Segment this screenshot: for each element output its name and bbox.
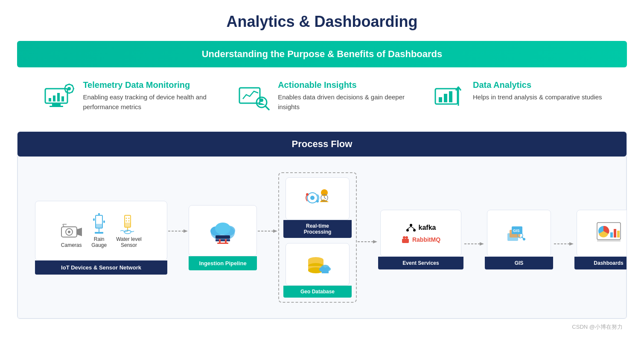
feature-insights: Actionable Insights Enables data driven … (237, 80, 416, 114)
svg-rect-5 (57, 93, 60, 101)
svg-rect-101 (614, 229, 616, 237)
svg-rect-33 (96, 224, 102, 228)
svg-rect-35 (95, 232, 103, 234)
geodb-label: Geo Database (283, 286, 352, 298)
watermark: CSDN @小博在努力 (17, 323, 627, 331)
insights-content: Actionable Insights Enables data driven … (278, 80, 416, 112)
svg-rect-55 (219, 239, 221, 243)
svg-point-62 (306, 193, 309, 196)
arrow-2 (257, 227, 278, 235)
svg-marker-78 (373, 240, 377, 243)
svg-point-63 (316, 200, 319, 203)
events-block: kafka RabbitMQ Event Services (378, 210, 463, 269)
realtime-label: Real-timeProcessing (283, 220, 352, 238)
iot-label: IoT Devices & Sensor Network (35, 261, 167, 275)
arrow-4 (463, 227, 485, 248)
arrow-5 (553, 227, 574, 248)
page-title: Analytics & Dashboarding (17, 13, 627, 31)
feature-analytics: Data Analytics Helps in trend analysis &… (432, 80, 602, 114)
svg-point-80 (406, 229, 409, 232)
svg-point-81 (413, 229, 416, 232)
feature-telemetry: Telemetry Data Monitoring Enabling easy … (42, 80, 221, 114)
svg-point-41 (125, 217, 127, 219)
process-flow-banner: Process Flow (17, 132, 627, 156)
svg-rect-54 (216, 239, 230, 241)
svg-line-82 (408, 226, 411, 229)
svg-point-61 (310, 196, 315, 200)
banner-text: Understanding the Purpose & Benefits of … (202, 49, 443, 59)
svg-rect-2 (50, 106, 63, 107)
svg-point-8 (67, 87, 71, 90)
arrow-1 (167, 227, 189, 235)
svg-line-14 (72, 91, 73, 92)
svg-point-85 (403, 236, 405, 239)
process-flow-title: Process Flow (292, 139, 353, 149)
analytics-icon (432, 80, 466, 114)
device-water-level: Water levelSensor (116, 213, 142, 248)
analytics-content: Data Analytics Helps in trend analysis &… (473, 80, 602, 102)
svg-point-86 (405, 236, 408, 239)
dashboards-block: Dashboards (574, 206, 627, 269)
svg-rect-57 (217, 243, 228, 244)
analytics-desc: Helps in trend analysis & comparative st… (473, 93, 602, 102)
water-level-label: Water levelSensor (116, 236, 142, 248)
dashboards-label: Dashboards (574, 257, 627, 269)
insights-desc: Enables data driven decisions & gain dee… (278, 93, 416, 112)
svg-rect-3 (49, 98, 51, 101)
svg-point-20 (260, 98, 263, 102)
telemetry-desc: Enabling easy tracking of device health … (83, 93, 221, 112)
svg-point-95 (523, 238, 525, 240)
svg-point-79 (410, 224, 412, 226)
svg-line-83 (411, 226, 414, 229)
telemetry-icon (42, 80, 76, 114)
svg-line-19 (265, 106, 269, 110)
svg-rect-102 (617, 231, 620, 237)
svg-marker-48 (184, 229, 188, 233)
svg-rect-22 (439, 97, 442, 102)
features-row: Telemetry Data Monitoring Enabling easy … (17, 80, 627, 114)
svg-marker-59 (273, 229, 277, 233)
rain-gauge-label: RainGauge (91, 236, 107, 248)
svg-marker-29 (77, 228, 82, 236)
middle-column: Real-timeProcessing (278, 172, 357, 303)
svg-line-13 (66, 85, 67, 86)
svg-rect-24 (449, 91, 452, 102)
svg-text:GIS: GIS (513, 229, 520, 233)
svg-rect-53 (216, 235, 230, 239)
insights-icon (237, 80, 271, 114)
ingestion-label: Ingestion Pipeline (189, 256, 257, 270)
svg-point-36 (93, 218, 95, 221)
svg-rect-100 (610, 232, 613, 237)
telemetry-content: Telemetry Data Monitoring Enabling easy … (83, 80, 221, 112)
svg-rect-23 (444, 94, 447, 102)
gis-block: GIS GIS (485, 206, 553, 269)
device-camera: Cameras (61, 223, 82, 248)
svg-rect-0 (45, 89, 67, 103)
svg-point-44 (128, 220, 129, 221)
svg-marker-97 (569, 242, 574, 246)
svg-line-67 (324, 198, 326, 199)
purpose-banner: Understanding the Purpose & Benefits of … (17, 41, 627, 67)
svg-point-37 (103, 220, 105, 223)
svg-line-16 (66, 91, 67, 92)
svg-marker-88 (480, 242, 484, 246)
events-label: Event Services (378, 257, 463, 269)
svg-rect-40 (125, 223, 131, 227)
kafka-text: kafka (419, 224, 436, 232)
svg-rect-6 (61, 96, 64, 101)
svg-rect-4 (53, 96, 55, 101)
svg-rect-56 (225, 239, 227, 243)
svg-point-43 (125, 220, 127, 221)
ingestion-block: Ingestion Pipeline (189, 205, 257, 270)
right-section: kafka RabbitMQ Event Services (378, 206, 463, 269)
arrow-3 (357, 229, 378, 246)
realtime-block: Real-timeProcessing (283, 177, 352, 238)
camera-label: Cameras (61, 242, 82, 248)
telemetry-title: Telemetry Data Monitoring (83, 80, 221, 90)
svg-line-15 (72, 85, 73, 86)
process-flow-area: Cameras (17, 156, 627, 318)
device-rain-gauge: RainGauge (90, 213, 108, 248)
svg-point-28 (68, 231, 70, 233)
svg-rect-76 (322, 270, 329, 273)
process-flow-section: Process Flow (17, 131, 627, 319)
